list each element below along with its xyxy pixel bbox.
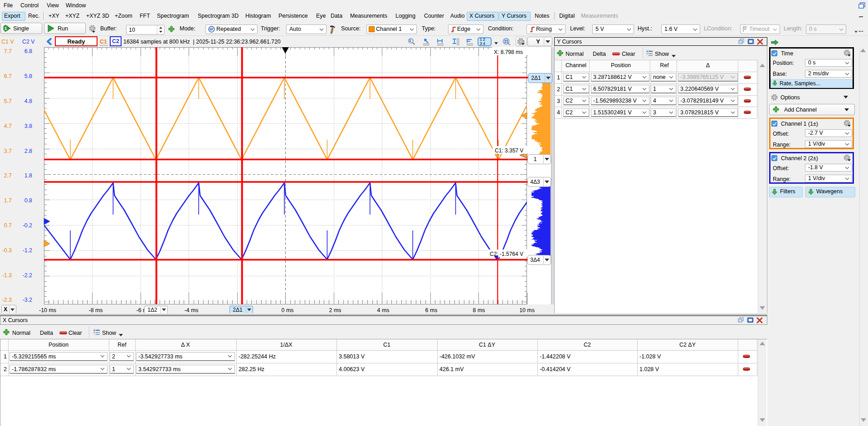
svg-text:1: 1 [5,26,7,31]
svg-text:X: 8.798 ms: X: 8.798 ms [494,49,523,55]
svg-text:C1: 3.357 V: C1: 3.357 V [495,147,523,154]
